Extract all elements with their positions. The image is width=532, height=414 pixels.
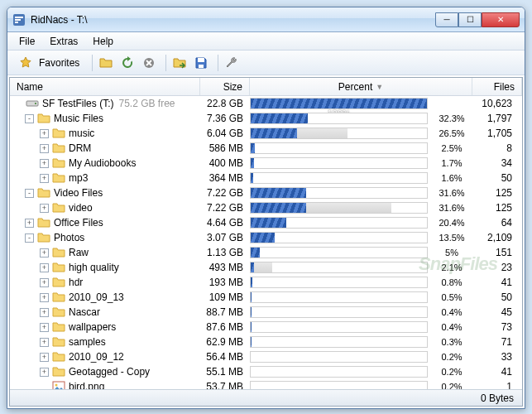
svg-rect-2 — [15, 19, 21, 21]
table-row[interactable]: +2010_09_12 56.4 MB 0.2% 33 — [10, 349, 522, 364]
expander[interactable]: + — [40, 174, 49, 183]
table-row[interactable]: +Raw 1.13 GB 5% 151 — [10, 245, 522, 260]
percent-text: 5% — [431, 248, 472, 258]
stop-button[interactable] — [141, 54, 160, 72]
expander[interactable]: + — [40, 353, 49, 362]
folder-icon — [37, 112, 50, 125]
close-button[interactable]: ✕ — [482, 12, 520, 27]
open-folder-button[interactable] — [98, 54, 117, 72]
settings-button[interactable] — [224, 54, 242, 72]
expander[interactable]: + — [40, 204, 49, 213]
folder-icon — [52, 246, 65, 259]
header-size[interactable]: Size — [200, 78, 250, 95]
expander[interactable]: + — [25, 219, 34, 228]
expander[interactable]: + — [40, 129, 49, 138]
svg-rect-1 — [15, 17, 23, 18]
percent-bar — [250, 277, 428, 288]
item-name: 2010_09_13 — [69, 291, 124, 303]
table-row[interactable]: +high quality 493 MB 2.1% 23 — [10, 260, 522, 275]
item-name: 2010_09_12 — [69, 351, 124, 363]
table-row[interactable]: +2010_09_13 109 MB 0.5% 50 — [10, 290, 522, 305]
expander[interactable]: + — [40, 159, 49, 168]
item-size: 88.7 MB — [200, 306, 250, 318]
header-files[interactable]: Files — [472, 78, 522, 95]
item-files: 33 — [472, 351, 522, 363]
expander[interactable]: + — [40, 308, 49, 317]
item-name: Video Files — [54, 187, 103, 199]
folder-icon — [52, 127, 65, 140]
titlebar[interactable]: RidNacs - T:\ ─ ☐ ✕ — [7, 7, 525, 32]
percent-bar — [250, 232, 428, 243]
expander[interactable]: - — [25, 114, 34, 123]
item-size: 3.07 GB — [200, 232, 250, 243]
table-row[interactable]: -Music Files 7.36 GB 32.3% 1,797 — [10, 111, 522, 126]
refresh-button[interactable] — [120, 54, 138, 72]
percent-bar — [250, 321, 428, 333]
item-files: 41 — [472, 366, 522, 378]
table-row[interactable]: +wallpapers 87.6 MB 0.4% 73 — [10, 320, 522, 335]
table-row[interactable]: +samples 62.9 MB 0.3% 71 — [10, 335, 522, 349]
percent-text: 26.5% — [431, 128, 472, 138]
minimize-button[interactable]: ─ — [435, 12, 458, 27]
menu-extras[interactable]: Extras — [43, 34, 84, 49]
item-name: music — [69, 128, 94, 139]
header-percent[interactable]: Percent▼ — [250, 78, 472, 95]
expander[interactable]: - — [25, 233, 34, 243]
folder-icon — [37, 216, 50, 229]
table-row[interactable]: +music 6.04 GB 26.5% 1,705 — [10, 126, 522, 141]
item-name: Raw — [69, 247, 89, 258]
favorites-button[interactable]: Favorites — [12, 55, 86, 71]
menu-help[interactable]: Help — [86, 34, 120, 49]
root-row[interactable]: SF TestFiles (T:) 75.2 GB free 22.8 GB 1… — [10, 96, 522, 111]
save-button[interactable] — [194, 54, 212, 72]
expander[interactable]: + — [40, 144, 49, 153]
expander[interactable]: + — [40, 248, 49, 258]
table-row[interactable]: +DRM 586 MB 2.5% 8 — [10, 141, 522, 156]
percent-text: 0.8% — [431, 277, 472, 287]
folder-icon — [52, 291, 65, 304]
image-icon — [52, 380, 65, 389]
percent-bar — [250, 202, 428, 214]
table-row[interactable]: -Photos 3.07 GB 13.5% 2,109 — [10, 230, 522, 245]
svg-point-10 — [55, 384, 58, 387]
item-files: 1 — [472, 381, 522, 389]
table-row[interactable]: +Geotagged - Copy 55.1 MB 0.2% 41 — [10, 364, 522, 379]
percent-text: 31.6% — [431, 203, 472, 213]
folder-icon — [52, 350, 65, 363]
table-row[interactable]: +My Audiobooks 400 MB 1.7% 34 — [10, 156, 522, 171]
item-name: wallpapers — [69, 321, 116, 333]
star-icon — [19, 56, 32, 70]
table-row[interactable]: +Nascar 88.7 MB 0.4% 45 — [10, 305, 522, 320]
item-size: 1.13 GB — [200, 247, 250, 258]
expander[interactable]: + — [40, 278, 49, 287]
folder-icon — [52, 320, 65, 334]
expander[interactable]: + — [40, 368, 49, 377]
export-button[interactable] — [172, 54, 190, 72]
table-row[interactable]: +hdr 193 MB 0.8% 41 — [10, 275, 522, 290]
item-size: 62.9 MB — [200, 336, 250, 348]
folder-icon — [52, 306, 65, 319]
percent-text: 2.5% — [431, 143, 472, 153]
item-name: video — [69, 202, 93, 214]
header-name[interactable]: Name — [10, 78, 200, 95]
item-name: Music Files — [54, 113, 103, 124]
table-row[interactable]: +mp3 364 MB 1.6% 50 — [10, 171, 522, 185]
item-files: 1,797 — [472, 113, 522, 124]
maximize-button[interactable]: ☐ — [458, 12, 482, 27]
table-row[interactable]: -Video Files 7.22 GB 31.6% 125 — [10, 185, 522, 200]
percent-bar — [250, 247, 428, 258]
folder-icon — [52, 142, 65, 155]
expander[interactable]: + — [40, 263, 49, 272]
window-title: RidNacs - T:\ — [31, 14, 435, 26]
file-list[interactable]: SF TestFiles (T:) 75.2 GB free 22.8 GB 1… — [10, 96, 522, 389]
expander[interactable]: + — [40, 338, 49, 347]
expander[interactable]: + — [40, 323, 49, 332]
item-size: 7.36 GB — [200, 113, 250, 124]
menu-file[interactable]: File — [12, 34, 41, 49]
expander[interactable]: + — [40, 293, 49, 302]
table-row[interactable]: +video 7.22 GB 31.6% 125 — [10, 200, 522, 215]
expander[interactable]: - — [25, 189, 34, 198]
table-row[interactable]: bird.png 53.7 MB 0.2% 1 — [10, 379, 522, 389]
table-row[interactable]: +Office Files 4.64 GB 20.4% 64 — [10, 215, 522, 230]
item-size: 109 MB — [200, 291, 250, 303]
